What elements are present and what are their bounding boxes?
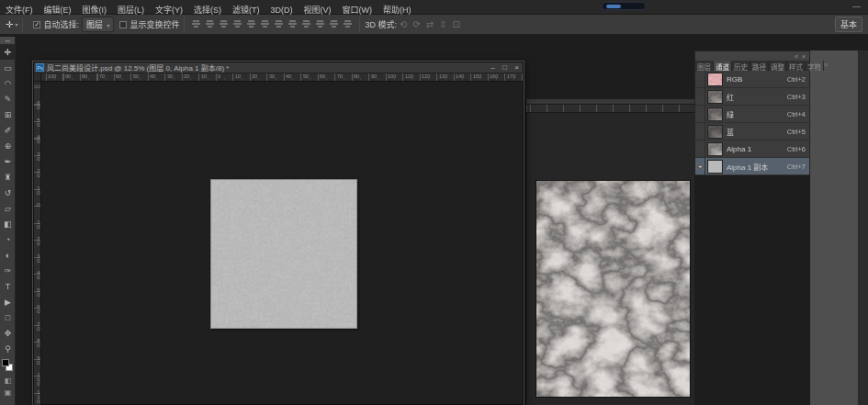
distribute-bottom-edges-icon[interactable] [301, 18, 311, 28]
menu-item-7[interactable]: 3D(D) [265, 4, 299, 15]
document1-titlebar[interactable]: Ps 风二尚美段设计.psd @ 12.5% (图层 0, Alpha 1 副本… [34, 62, 523, 73]
h-ruler-label: 90 [65, 73, 71, 79]
menu-item-10[interactable]: 帮助(H) [378, 2, 417, 16]
panel-tab-通道[interactable]: 通道 [714, 61, 732, 71]
screen-mode-button[interactable]: ▣ [0, 387, 16, 399]
channel-row-红[interactable]: 红Ctrl+3 [695, 88, 809, 106]
quick-mask-button[interactable]: ◧ [0, 375, 16, 387]
path-selection-tool-icon[interactable]: ▶ [0, 294, 16, 309]
v-ruler-label: 0 [34, 202, 41, 207]
maximize-button[interactable]: □ [499, 63, 511, 73]
foreground-color-swatch[interactable] [2, 359, 9, 366]
menu-item-0[interactable]: 文件(F) [0, 2, 39, 16]
v-ruler-label: 110 [34, 389, 41, 403]
gradient-tool-icon[interactable]: ◧ [0, 216, 16, 231]
menu-item-5[interactable]: 选择(S) [188, 2, 227, 16]
ruler-origin-corner[interactable] [34, 73, 41, 82]
visibility-toggle[interactable] [695, 71, 705, 88]
panel-collapse-icon[interactable]: « [795, 53, 798, 60]
history-brush-tool-icon[interactable]: ↺ [0, 185, 16, 200]
3d-scale-icon[interactable]: ⊡ [453, 19, 460, 29]
dodge-tool-icon[interactable]: ◐ [0, 247, 16, 263]
options-separator [184, 17, 185, 32]
eyedropper-tool-icon[interactable]: ✐ [0, 122, 16, 138]
window-minimize-glyph[interactable]: — [847, 1, 866, 12]
align-horizontal-centers-icon[interactable] [205, 18, 215, 28]
auto-select-checkbox[interactable]: ✓ [33, 21, 40, 28]
tool-preset-caret-icon[interactable]: ▾ [15, 21, 17, 28]
channel-row-绿[interactable]: 绿Ctrl+4 [695, 106, 809, 123]
menu-item-4[interactable]: 文字(Y) [150, 2, 188, 16]
menu-item-3[interactable]: 图层(L) [112, 2, 150, 16]
blur-tool-icon[interactable]: ◔ [0, 231, 16, 247]
clone-stamp-tool-icon[interactable]: ♜ [0, 169, 16, 185]
eye-icon [697, 164, 704, 169]
align-bottom-edges-icon[interactable] [260, 18, 270, 28]
panel-header: « × [695, 51, 809, 61]
auto-select-dropdown[interactable]: 图层 ▾ [82, 17, 115, 32]
menu-item-1[interactable]: 编辑(E) [39, 2, 77, 16]
3d-roll-icon[interactable]: ⟳ [412, 19, 420, 29]
panel-tab-样式[interactable]: 样式 [787, 61, 806, 71]
zoom-tool-icon[interactable]: ⚲ [0, 341, 16, 356]
eraser-tool-icon[interactable]: ▱ [0, 200, 16, 216]
panel-tab-字符[interactable]: 字符 [806, 61, 824, 71]
channel-row-蓝[interactable]: 蓝Ctrl+5 [695, 123, 809, 141]
healing-brush-tool-icon[interactable]: ⊕ [0, 138, 16, 153]
channel-shortcut: Ctrl+7 [787, 163, 809, 171]
workspace-switcher[interactable]: 基本 [835, 17, 862, 32]
menu-item-9[interactable]: 窗口(W) [337, 2, 378, 16]
move-tool-icon[interactable]: ✛ [0, 44, 16, 60]
panel-close-icon[interactable]: × [802, 53, 806, 60]
visibility-toggle[interactable] [695, 88, 705, 106]
close-button[interactable]: × [511, 63, 523, 73]
quick-selection-tool-icon[interactable]: ✎ [0, 91, 16, 107]
lasso-tool-icon[interactable]: ◠ [0, 75, 16, 91]
visibility-toggle[interactable] [695, 141, 705, 158]
h-ruler-label: 120 [422, 73, 430, 79]
panel-tab-路径[interactable]: 路径 [750, 61, 769, 71]
panel-tab-图层[interactable]: 图层 [695, 61, 714, 71]
channel-row-Alpha 1[interactable]: Alpha 1Ctrl+6 [695, 141, 809, 158]
3d-slide-icon[interactable]: ⇳ [439, 19, 446, 29]
h-ruler-label: 90 [371, 73, 377, 79]
crop-tool-icon[interactable]: ⊞ [0, 107, 16, 122]
panel-menu-icon[interactable]: ≡ [824, 61, 830, 71]
show-transform-checkbox[interactable] [119, 21, 127, 28]
distribute-right-edges-icon[interactable] [343, 18, 353, 28]
distribute-vertical-centers-icon[interactable] [287, 18, 298, 28]
align-right-edges-icon[interactable] [219, 18, 229, 28]
visibility-toggle[interactable] [695, 123, 705, 141]
toolstrip-collapse-icon[interactable]: ◂◂ [0, 37, 15, 44]
distribute-horizontal-centers-icon[interactable] [329, 18, 339, 28]
distribute-top-edges-icon[interactable] [274, 18, 284, 28]
panel-tab-调整[interactable]: 调整 [769, 61, 787, 71]
minimize-button[interactable]: – [487, 63, 499, 73]
document-window-main[interactable]: Ps 风二尚美段设计.psd @ 12.5% (图层 0, Alpha 1 副本… [33, 62, 524, 405]
menu-item-8[interactable]: 视图(V) [299, 2, 337, 16]
panel-tab-历史[interactable]: 历史 [732, 61, 750, 71]
menu-item-2[interactable]: 图像(I) [77, 2, 113, 16]
visibility-toggle[interactable] [695, 106, 705, 123]
menu-item-6[interactable]: 滤镜(T) [227, 2, 265, 16]
brush-tool-icon[interactable]: ✒ [0, 153, 16, 169]
channel-row-Alpha 1 副本[interactable]: Alpha 1 副本Ctrl+7 [695, 158, 809, 175]
rectangular-marquee-tool-icon[interactable]: ▭ [0, 60, 16, 75]
document-window-texture[interactable] [525, 99, 694, 405]
panel-dock-column [810, 51, 858, 405]
align-top-edges-icon[interactable] [232, 18, 242, 28]
align-vertical-centers-icon[interactable] [246, 18, 256, 28]
channel-row-RGB[interactable]: RGBCtrl+2 [695, 71, 809, 88]
rectangle-tool-icon[interactable]: □ [0, 309, 16, 325]
hand-tool-icon[interactable]: ✥ [0, 325, 16, 341]
3d-drag-icon[interactable]: ⇄ [426, 19, 434, 29]
distribute-left-edges-icon[interactable] [315, 18, 325, 28]
align-left-edges-icon[interactable] [191, 18, 201, 28]
canvas-area[interactable] [42, 82, 523, 404]
visibility-toggle[interactable] [695, 158, 705, 175]
pen-tool-icon[interactable]: ✑ [0, 263, 16, 278]
type-tool-icon[interactable]: T [0, 278, 16, 294]
color-swatches [0, 358, 16, 375]
tool-preset-move-icon[interactable]: ✛ [6, 19, 13, 29]
3d-rotate-icon[interactable]: ⟲ [400, 19, 407, 29]
